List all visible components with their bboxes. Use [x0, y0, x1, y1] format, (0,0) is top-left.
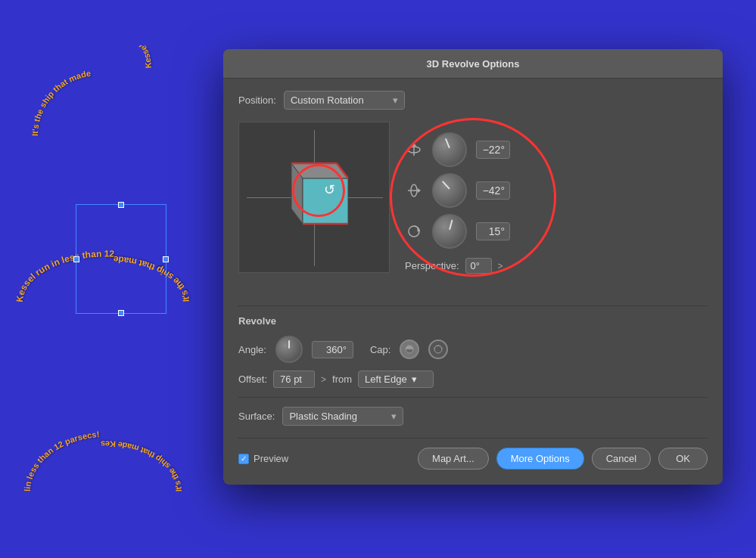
surface-select-arrow: ▾: [391, 411, 397, 422]
svg-text:lin less than 12 parsecs!: lin less than 12 parsecs!: [23, 429, 100, 491]
canvas-text-ring-3: lin less than 12 parsecs! It's the ship …: [23, 416, 182, 522]
rotation-y-value[interactable]: −42°: [476, 181, 510, 200]
cap-label: Cap:: [370, 344, 390, 355]
dialog-3d-revolve: 3D Revolve Options Position: Custom Rota…: [223, 49, 723, 485]
rotation-cursor: ↺: [324, 181, 335, 198]
perspective-arrow[interactable]: >: [498, 261, 503, 271]
selection-handle-right[interactable]: [163, 256, 169, 262]
cube-viewport: ↺: [238, 122, 390, 273]
preview-label: Preview: [254, 453, 288, 464]
surface-label: Surface:: [238, 411, 275, 422]
rotation-row-x: −22°: [405, 132, 708, 167]
revolve-section-title: Revolve: [238, 315, 708, 327]
svg-marker-17: [418, 188, 421, 193]
angle-value[interactable]: 360°: [312, 341, 353, 358]
rotation-x-icon: [405, 141, 423, 159]
preview-checkbox[interactable]: ✓: [238, 454, 249, 464]
rotation-controls: −22° −42°: [405, 122, 708, 293]
cap-button-right[interactable]: [428, 339, 448, 359]
rotation-y-dial[interactable]: [432, 173, 467, 208]
rotation-x-dial[interactable]: [432, 132, 467, 167]
edge-select-value: Left Edge: [365, 374, 407, 385]
canvas-text-ring-1: It's the ship that made Kessel run in le…: [23, 45, 174, 166]
rotation-z-value[interactable]: 15°: [476, 222, 510, 240]
selection-box: [76, 204, 166, 314]
perspective-value[interactable]: 0°: [465, 258, 492, 274]
cancel-button[interactable]: Cancel: [592, 448, 651, 470]
divider-2: [238, 397, 708, 398]
rotation-y-icon: [405, 181, 423, 200]
main-content: ↺ −2: [238, 122, 708, 293]
bottom-buttons-row: ✓ Preview Map Art... More Options Cancel…: [238, 438, 708, 473]
more-options-button[interactable]: More Options: [496, 448, 584, 470]
rotation-row-y: −42°: [405, 173, 708, 208]
dialog-titlebar: 3D Revolve Options: [223, 49, 723, 79]
dial-z-indicator: [449, 219, 453, 230]
offset-value[interactable]: 76 pt: [273, 370, 315, 388]
dial-x-indicator: [445, 138, 450, 149]
edge-select[interactable]: Left Edge ▾: [358, 370, 434, 388]
svg-text:Kessel run in less than 12: Kessel run in less than 12: [76, 45, 154, 69]
selection-handle-bottom[interactable]: [118, 310, 124, 316]
surface-select[interactable]: Plastic Shading ▾: [282, 407, 403, 426]
angle-row: Angle: 360° Cap:: [238, 336, 708, 363]
surface-select-value: Plastic Shading: [289, 411, 357, 422]
surface-row: Surface: Plastic Shading ▾: [238, 407, 708, 426]
edge-select-arrow: ▾: [412, 374, 417, 385]
position-select[interactable]: Custom Rotation ▾: [284, 91, 405, 110]
position-select-arrow: ▾: [393, 95, 398, 106]
rotation-z-icon: [405, 222, 423, 240]
divider-1: [238, 305, 708, 306]
selection-handle-left[interactable]: [73, 256, 79, 262]
angle-dial-indicator: [288, 340, 290, 349]
svg-marker-14: [412, 143, 416, 146]
rotation-z-dial[interactable]: [432, 214, 467, 249]
dialog-body: Position: Custom Rotation ▾: [223, 79, 723, 485]
preview-checkbox-group: ✓ Preview: [238, 453, 288, 464]
angle-label: Angle:: [238, 344, 266, 355]
svg-text:It's the ship that made: It's the ship that made: [30, 69, 92, 136]
from-label: from: [332, 374, 352, 385]
dialog-title: 3D Revolve Options: [427, 58, 520, 70]
position-row: Position: Custom Rotation ▾: [238, 91, 708, 110]
offset-label: Offset:: [238, 374, 267, 385]
position-label: Position:: [238, 95, 276, 106]
offset-arrow[interactable]: >: [321, 374, 326, 385]
cap-button-left[interactable]: [400, 339, 419, 359]
map-art-button[interactable]: Map Art...: [418, 448, 489, 470]
perspective-row: Perspective: 0° >: [405, 258, 708, 274]
perspective-label: Perspective:: [405, 260, 459, 271]
offset-row: Offset: 76 pt > from Left Edge ▾: [238, 370, 708, 388]
position-select-value: Custom Rotation: [291, 95, 364, 106]
red-highlight-circle: [292, 164, 345, 217]
rotation-row-z: 15°: [405, 214, 708, 249]
selection-handle-top[interactable]: [118, 202, 124, 208]
dial-y-indicator: [442, 181, 450, 190]
angle-dial[interactable]: [275, 336, 303, 363]
svg-text:It's the ship that made Kes: It's the ship that made Kes: [101, 439, 183, 491]
rotation-x-value[interactable]: −22°: [476, 141, 510, 159]
ok-button[interactable]: OK: [658, 448, 708, 470]
